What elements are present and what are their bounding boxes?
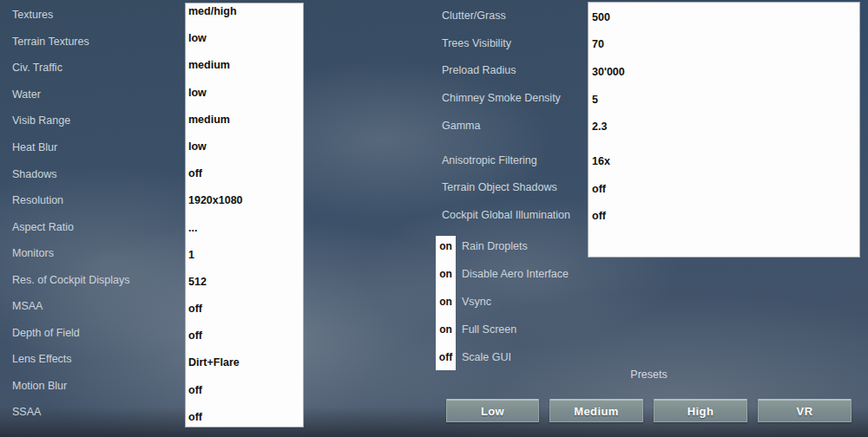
option-value-resolution[interactable]: 1920x1080 xyxy=(188,187,301,214)
option-value-clutter-grass[interactable]: 500 xyxy=(592,3,858,31)
toggle-row-rain-droplets[interactable]: Rain Droplets xyxy=(462,232,569,260)
toggle-rain-droplets[interactable]: on xyxy=(436,232,456,260)
option-label-ssaa: SSAA xyxy=(12,406,41,418)
option-value-monitors[interactable]: 1 xyxy=(188,241,301,268)
option-label-clutter-grass: Clutter/Grass xyxy=(442,10,506,22)
option-value-res-of-cockpit-displays[interactable]: 512 xyxy=(188,268,301,295)
preset-medium-button[interactable]: Medium xyxy=(549,399,643,422)
right-options-column-group2: Anisotropic Filtering Terrain Object Sha… xyxy=(442,147,570,229)
option-row-motion-blur[interactable]: Motion Blur xyxy=(12,373,129,400)
toggle-row-scale-gui[interactable]: Scale GUI xyxy=(462,343,569,371)
option-label-chimney-smoke-density: Chimney Smoke Density xyxy=(442,92,561,104)
toggle-full-screen[interactable]: on xyxy=(436,316,456,343)
option-row-monitors[interactable]: Monitors xyxy=(12,240,129,267)
option-value-res-of-cockpit-displays-text: 512 xyxy=(188,276,207,288)
option-value-shadows-text: off xyxy=(188,167,202,179)
option-value-depth-of-field[interactable]: off xyxy=(188,323,301,349)
option-value-terrain-object-shadows-text: off xyxy=(592,183,606,195)
option-value-msaa[interactable]: off xyxy=(188,295,301,322)
option-value-chimney-smoke-density-text: 5 xyxy=(592,94,598,106)
option-row-heat-blur[interactable]: Heat Blur xyxy=(12,134,129,161)
option-value-gamma-text: 2.3 xyxy=(592,121,607,133)
option-value-water-text: low xyxy=(188,87,207,99)
option-row-lens-effects[interactable]: Lens Effects xyxy=(12,346,129,373)
toggle-full-screen-state: on xyxy=(439,323,452,336)
option-row-resolution[interactable]: Resolution xyxy=(12,187,129,214)
option-label-res-of-cockpit-displays: Res. of Cockpit Displays xyxy=(12,274,129,286)
option-row-aspect-ratio[interactable]: Aspect Ratio xyxy=(12,213,129,240)
option-value-chimney-smoke-density[interactable]: 5 xyxy=(592,86,858,114)
option-row-textures[interactable]: Textures xyxy=(12,2,129,29)
option-value-preload-radius[interactable]: 30'000 xyxy=(592,58,858,86)
toggle-disable-aero-interface-state: on xyxy=(439,268,452,280)
option-value-resolution-text: 1920x1080 xyxy=(188,194,243,206)
option-value-civ-traffic-text: medium xyxy=(188,59,230,71)
toggle-row-full-screen[interactable]: Full Screen xyxy=(462,316,569,343)
option-row-visib-range[interactable]: Visib Range xyxy=(12,108,129,134)
option-row-res-of-cockpit-displays[interactable]: Res. of Cockpit Displays xyxy=(12,266,129,293)
toggle-label-rain-droplets: Rain Droplets xyxy=(462,240,528,252)
option-row-ssaa[interactable]: SSAA xyxy=(12,399,129,426)
toggle-rain-droplets-state: on xyxy=(439,240,452,252)
option-label-terrain-object-shadows: Terrain Object Shadows xyxy=(442,181,557,193)
option-label-monitors: Monitors xyxy=(12,247,54,259)
option-value-cockpit-global-illumination[interactable]: off xyxy=(592,202,858,230)
option-row-anisotropic-filtering[interactable]: Anisotropic Filtering xyxy=(442,147,570,174)
option-value-lens-effects[interactable]: Dirt+Flare xyxy=(188,349,301,376)
option-row-trees-visibility[interactable]: Trees Visibility xyxy=(442,29,561,57)
option-value-shadows[interactable]: off xyxy=(188,160,301,187)
option-value-trees-visibility[interactable]: 70 xyxy=(592,31,858,59)
option-value-trees-visibility-text: 70 xyxy=(592,38,604,50)
option-value-terrain-object-shadows[interactable]: off xyxy=(592,175,858,203)
option-row-terrain-textures[interactable]: Terrain Textures xyxy=(12,29,129,55)
option-row-cockpit-global-illumination[interactable]: Cockpit Global Illumination xyxy=(442,201,570,229)
option-row-terrain-object-shadows[interactable]: Terrain Object Shadows xyxy=(442,174,570,202)
option-value-textures[interactable]: med/high xyxy=(188,0,301,25)
option-row-chimney-smoke-density[interactable]: Chimney Smoke Density xyxy=(442,84,561,112)
option-value-motion-blur[interactable]: off xyxy=(188,376,301,403)
option-value-ssaa[interactable]: off xyxy=(188,403,301,430)
option-value-heat-blur[interactable]: low xyxy=(188,133,301,160)
toggle-label-vsync: Vsync xyxy=(462,296,491,308)
option-row-civ-traffic[interactable]: Civ. Traffic xyxy=(12,55,129,82)
option-value-textures-text: med/high xyxy=(188,5,237,17)
option-value-anisotropic-filtering[interactable]: 16x xyxy=(592,147,858,175)
preset-vr-button[interactable]: VR xyxy=(758,399,852,422)
option-row-depth-of-field[interactable]: Depth of Field xyxy=(12,320,129,347)
option-value-anisotropic-filtering-text: 16x xyxy=(592,155,610,167)
option-value-gamma[interactable]: 2.3 xyxy=(592,113,858,140)
toggle-label-disable-aero-interface: Disable Aero Interface xyxy=(462,268,569,280)
toggle-disable-aero-interface[interactable]: on xyxy=(436,260,456,288)
toggle-vsync-state: on xyxy=(439,296,452,308)
toggle-row-disable-aero-interface[interactable]: Disable Aero Interface xyxy=(462,260,569,288)
right-values-dropdown-panel: 500 70 30'000 5 2.3 16x off off xyxy=(588,2,860,258)
option-row-msaa[interactable]: MSAA xyxy=(12,293,129,320)
option-value-monitors-text: 1 xyxy=(188,249,194,261)
option-value-terrain-textures[interactable]: low xyxy=(188,25,301,52)
option-label-motion-blur: Motion Blur xyxy=(12,380,67,392)
option-label-water: Water xyxy=(12,88,41,101)
option-label-depth-of-field: Depth of Field xyxy=(12,327,80,339)
preset-high-button[interactable]: High xyxy=(654,399,747,422)
option-value-visib-range[interactable]: medium xyxy=(188,106,301,133)
option-row-gamma[interactable]: Gamma xyxy=(442,112,561,140)
option-value-water[interactable]: low xyxy=(188,79,301,106)
option-value-motion-blur-text: off xyxy=(188,384,202,396)
option-row-clutter-grass[interactable]: Clutter/Grass xyxy=(442,2,561,29)
option-row-preload-radius[interactable]: Preload Radius xyxy=(442,57,561,85)
toggle-vsync[interactable]: on xyxy=(436,288,456,316)
toggle-scale-gui[interactable]: off xyxy=(436,343,456,371)
option-value-msaa-text: off xyxy=(188,303,202,315)
toggle-row-vsync[interactable]: Vsync xyxy=(462,288,569,316)
toggle-scale-gui-state: off xyxy=(439,351,452,363)
option-value-terrain-textures-text: low xyxy=(188,32,207,44)
presets-title: Presets xyxy=(446,369,852,381)
option-row-water[interactable]: Water xyxy=(12,82,129,108)
option-row-shadows[interactable]: Shadows xyxy=(12,160,129,187)
option-value-ssaa-text: off xyxy=(188,411,202,423)
option-value-cockpit-global-illumination-text: off xyxy=(592,210,606,222)
preset-low-button[interactable]: Low xyxy=(446,399,539,422)
option-value-civ-traffic[interactable]: medium xyxy=(188,52,301,79)
option-value-clutter-grass-text: 500 xyxy=(592,11,610,23)
option-value-aspect-ratio[interactable]: ... xyxy=(188,214,301,241)
